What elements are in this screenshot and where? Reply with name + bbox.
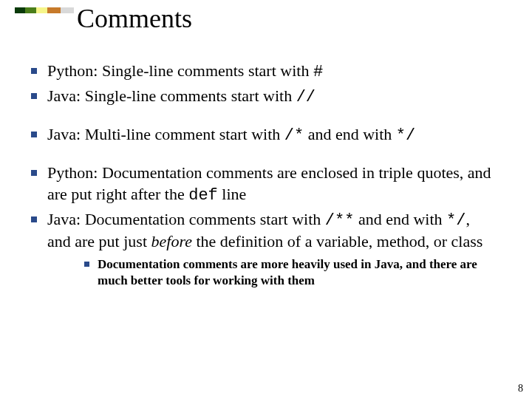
- code-token: */: [396, 126, 415, 145]
- list-item: Python: Single-line comments start with …: [21, 61, 497, 83]
- text: and end with: [304, 125, 396, 143]
- text: line: [218, 185, 247, 203]
- list-item: Java: Multi-line comment start with /* a…: [21, 124, 497, 146]
- text: Documentation comments are more heavily …: [98, 257, 477, 287]
- list-item: Documentation comments are more heavily …: [77, 256, 497, 289]
- list-item: Java: Single-line comments start with //: [21, 86, 497, 108]
- italic-text: before: [151, 232, 192, 250]
- text: Java: Single-line comments start with: [47, 86, 296, 105]
- text: Java: Documentation comments start with: [47, 210, 325, 228]
- slide-body: Python: Single-line comments start with …: [21, 61, 497, 292]
- text: the definition of a variable, method, or…: [192, 232, 482, 250]
- list-item: Python: Documentation comments are enclo…: [21, 163, 497, 205]
- code-token: */: [446, 211, 466, 230]
- code-token: /*: [284, 126, 304, 145]
- bullet-list: Python: Single-line comments start with …: [21, 61, 497, 289]
- page-number: 8: [518, 383, 523, 395]
- code-token: //: [296, 88, 316, 106]
- text: Python: Single-line comments start with: [47, 61, 313, 80]
- text: and end with: [354, 210, 446, 228]
- code-token: /**: [325, 211, 355, 230]
- slide: Comments Python: Single-line comments st…: [0, 0, 532, 399]
- code-token: def: [188, 186, 218, 205]
- title-accent-bar: [15, 7, 74, 13]
- list-item: Java: Documentation comments start with …: [21, 209, 497, 290]
- code-token: #: [313, 63, 323, 81]
- sub-bullet-list: Documentation comments are more heavily …: [47, 256, 497, 289]
- text: Python: Documentation comments are enclo…: [47, 163, 491, 202]
- text: Java: Multi-line comment start with: [47, 125, 284, 143]
- spacer: [21, 111, 497, 124]
- slide-title: Comments: [77, 3, 192, 34]
- spacer: [21, 149, 497, 163]
